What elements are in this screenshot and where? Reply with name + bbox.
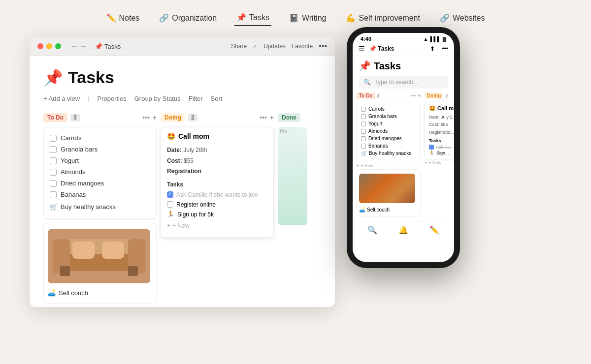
phone-todo-more[interactable]: •••	[411, 93, 416, 98]
phone-call-emoji: 🤩	[429, 105, 436, 111]
doing-new-button[interactable]: + + New	[167, 219, 267, 232]
back-icon[interactable]: ←	[71, 42, 78, 50]
list-item: Granola bars	[50, 144, 150, 155]
sort-button[interactable]: Sort	[211, 95, 223, 102]
nav-item-writing[interactable]: 📓 Writing	[287, 10, 328, 26]
done-tag: Done	[278, 113, 300, 122]
phone-search[interactable]: 🔍 Type to search...	[359, 76, 448, 89]
todo-add-icon[interactable]: +	[153, 114, 157, 121]
phone-grocery-card: Carrots Granola bars Yogurt Almonds Drie…	[357, 102, 421, 160]
desktop-window: ← → 📌 Tasks Share ✓ Updates Favorite •••…	[30, 37, 335, 307]
task-checkbox-camille[interactable]	[167, 191, 173, 198]
task-sign-up-5k: 🏃 Sign up for 5k	[167, 210, 267, 219]
todo-text-almonds: Almonds	[61, 168, 86, 176]
more-options-icon[interactable]: •••	[319, 42, 327, 51]
favorite-button[interactable]: Favorite	[292, 43, 313, 50]
nav-item-self-improvement[interactable]: 💪 Self improvement	[344, 10, 422, 26]
updates-button[interactable]: Updates	[263, 43, 286, 50]
phone-cb-granola[interactable]	[361, 114, 366, 119]
phone-list-item: Bananas	[361, 142, 416, 150]
phone-page-title-text: Tasks	[374, 61, 401, 72]
list-item: Carrots	[50, 132, 150, 144]
window-title-emoji: 📌	[95, 43, 102, 50]
phone-cb-yogurt[interactable]	[361, 121, 366, 126]
nav-label-notes: Notes	[119, 14, 140, 23]
phone-new-btn-label: + New	[361, 163, 373, 168]
phone-bottom-search-icon[interactable]: 🔍	[367, 225, 377, 235]
phone-doing-new-btn[interactable]: + + New	[425, 159, 454, 166]
share-button[interactable]: Share	[231, 43, 247, 50]
phone-tasks-emoji: 📌	[359, 60, 371, 72]
todo-column-header: To Do 3 ••• +	[43, 113, 157, 122]
phone-snacks-text: Buy healthy snacks	[369, 151, 411, 156]
checkbox-yogurt[interactable]	[50, 157, 57, 164]
done-image: Pla...	[278, 127, 307, 225]
add-view-button[interactable]: + Add a view	[43, 95, 80, 102]
phone-sofa-card: 🛋️ Sell couch	[357, 169, 421, 217]
todo-text-yogurt: Yogurt	[61, 157, 79, 164]
doing-add-icon[interactable]: +	[270, 114, 274, 121]
phone-list-item: Yogurt	[361, 120, 416, 127]
filter-button[interactable]: Filter	[189, 95, 203, 102]
page-title-text: Tasks	[68, 68, 114, 87]
list-item: Dried mangoes	[50, 178, 150, 189]
phone-sofa-image	[359, 174, 415, 203]
phone-bottom-edit-icon[interactable]: ✏️	[429, 225, 439, 235]
maximize-button[interactable]	[55, 43, 61, 49]
phone-status-icons: ▲ ▌▌▌ ▓	[424, 36, 446, 42]
phone-cb-carrots[interactable]	[361, 107, 366, 112]
phone-doing-details: Date: July 2... Cost: $55 Registratio...	[429, 114, 454, 136]
phone-list-item: Almonds	[361, 127, 416, 135]
phone-more-icon[interactable]: •••	[442, 45, 448, 52]
phone-menu-icon[interactable]: ☰	[359, 45, 365, 53]
writing-icon: 📓	[289, 13, 299, 23]
kanban-board: To Do 3 ••• + Carrots	[43, 113, 321, 307]
doing-more-icon[interactable]: •••	[260, 114, 267, 121]
checkbox-carrots[interactable]	[50, 135, 57, 142]
window-actions: Share ✓ Updates Favorite •••	[231, 42, 327, 51]
phone-sign-up-text: Sign...	[436, 151, 449, 155]
phone-share-icon[interactable]: ⬆	[430, 45, 435, 52]
list-item: Yogurt	[50, 155, 150, 166]
done-column-header: Done	[278, 113, 307, 122]
signal-icon: ▌▌▌	[430, 36, 440, 42]
todo-column: To Do 3 ••• + Carrots	[43, 113, 157, 307]
checkbox-bananas[interactable]	[50, 191, 57, 198]
sell-couch-text: Sell couch	[59, 289, 88, 297]
phone-call-mom-card: 🤩 Call m... Date: July 2... Cost: $55 Re…	[425, 102, 454, 159]
svg-rect-7	[72, 242, 95, 259]
phone-bottom-bell-icon[interactable]: 🔔	[398, 225, 408, 235]
nav-item-organization[interactable]: 🔗 Organization	[157, 10, 219, 26]
group-by-label: Group by Status	[134, 95, 181, 102]
phone-list-item: Carrots	[361, 105, 416, 113]
todo-more-icon[interactable]: •••	[142, 114, 150, 121]
toolbar: + Add a view | Properties Group by Statu…	[43, 95, 321, 106]
nav-item-websites[interactable]: 🔗 Websites	[438, 10, 487, 26]
tasks-icon: 📌	[236, 13, 246, 22]
phone-cb-bananas[interactable]	[361, 144, 366, 149]
phone-cb-almonds[interactable]	[361, 129, 366, 134]
nav-item-notes[interactable]: ✏️ Notes	[104, 10, 142, 26]
task-checkbox-register[interactable]	[167, 201, 173, 208]
close-button[interactable]	[37, 43, 43, 49]
checkbox-granola[interactable]	[50, 146, 57, 153]
phone-sell-text: Sell couch	[367, 207, 390, 212]
main-area: ← → 📌 Tasks Share ✓ Updates Favorite •••…	[0, 32, 591, 312]
phone-todo-new-btn[interactable]: + + New	[357, 162, 421, 169]
checkbox-dried-mangoes[interactable]	[50, 180, 57, 187]
sell-couch-item: 🛋️ Sell couch	[48, 286, 152, 300]
window-title: 📌 Tasks	[95, 43, 121, 50]
nav-item-tasks[interactable]: 📌 Tasks	[234, 10, 271, 26]
nav-arrows: ← →	[71, 42, 87, 50]
phone-todo-add[interactable]: +	[418, 93, 421, 98]
properties-button[interactable]: Properties	[97, 95, 126, 102]
phone-todo-tag: To Do	[357, 92, 375, 99]
phone-list-item: Dried mangoes	[361, 135, 416, 142]
phone-cb-dried[interactable]	[361, 136, 366, 141]
phone-task-cb-1[interactable]	[429, 145, 434, 150]
minimize-button[interactable]	[46, 43, 52, 49]
sofa-emoji: 🛋️	[48, 289, 56, 297]
checkbox-almonds[interactable]	[50, 169, 57, 176]
forward-icon[interactable]: →	[80, 42, 87, 50]
sofa-image	[48, 229, 150, 283]
